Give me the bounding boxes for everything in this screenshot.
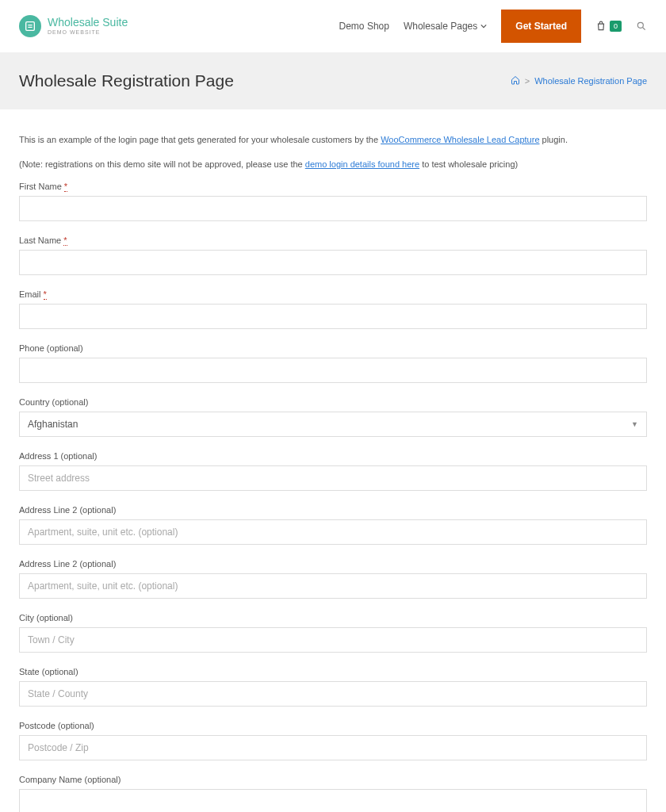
- label-company: Company Name (optional): [19, 775, 647, 784]
- logo[interactable]: Wholesale Suite DEMO WEBSITE: [19, 15, 128, 37]
- field-first-name: First Name *: [19, 182, 647, 221]
- field-address-2b: Address Line 2 (optional): [19, 559, 647, 599]
- label-last-name: Last Name *: [19, 236, 647, 245]
- label-country: Country (optional): [19, 397, 647, 407]
- label-phone: Phone (optional): [19, 343, 647, 353]
- logo-subtitle: DEMO WEBSITE: [48, 29, 128, 36]
- cart-count-badge: 0: [610, 21, 622, 32]
- last-name-input[interactable]: [19, 250, 647, 275]
- breadcrumb-sep: >: [525, 76, 530, 86]
- nav-wholesale-pages-label: Wholesale Pages: [404, 21, 477, 32]
- breadcrumb-current[interactable]: Wholesale Registration Page: [534, 76, 647, 86]
- logo-badge-icon: [19, 15, 41, 37]
- country-select-value: Afghanistan: [28, 419, 78, 430]
- field-country: Country (optional) Afghanistan ▼: [19, 397, 647, 437]
- field-last-name: Last Name *: [19, 236, 647, 275]
- svg-point-1: [637, 22, 643, 28]
- required-marker: *: [63, 236, 67, 246]
- intro-line-2: (Note: registrations on this demo site w…: [19, 158, 647, 171]
- required-marker: *: [64, 182, 67, 192]
- company-input[interactable]: [19, 789, 647, 812]
- first-name-input[interactable]: [19, 196, 647, 221]
- home-icon: [511, 75, 520, 85]
- intro-line-1: This is an example of the login page tha…: [19, 133, 647, 147]
- field-address-1: Address 1 (optional): [19, 451, 647, 491]
- label-state: State (optional): [19, 667, 647, 676]
- search-icon[interactable]: [636, 21, 647, 32]
- field-company: Company Name (optional): [19, 775, 647, 812]
- address-1-input[interactable]: [19, 465, 647, 491]
- cart-button[interactable]: 0: [595, 21, 622, 32]
- bag-icon: [595, 21, 607, 32]
- chevron-down-icon: [480, 23, 487, 29]
- primary-nav: Demo Shop Wholesale Pages Get Started 0: [339, 10, 647, 43]
- field-state: State (optional): [19, 667, 647, 707]
- country-select[interactable]: Afghanistan ▼: [19, 412, 647, 437]
- field-email: Email *: [19, 289, 647, 329]
- breadcrumb: > Wholesale Registration Page: [511, 75, 647, 86]
- nav-wholesale-pages[interactable]: Wholesale Pages: [404, 21, 487, 32]
- get-started-button[interactable]: Get Started: [501, 10, 581, 43]
- label-address-2a: Address Line 2 (optional): [19, 505, 647, 515]
- logo-title: Wholesale Suite: [48, 17, 128, 29]
- label-address-1: Address 1 (optional): [19, 451, 647, 461]
- phone-input[interactable]: [19, 358, 647, 383]
- label-email: Email *: [19, 289, 647, 299]
- field-address-2a: Address Line 2 (optional): [19, 505, 647, 545]
- main-content: This is an example of the login page tha…: [0, 109, 666, 812]
- chevron-down-icon: ▼: [631, 420, 638, 428]
- required-marker: *: [44, 289, 47, 300]
- address-2b-input[interactable]: [19, 573, 647, 599]
- state-input[interactable]: [19, 681, 647, 707]
- label-first-name: First Name *: [19, 182, 647, 191]
- svg-rect-0: [26, 22, 35, 31]
- city-input[interactable]: [19, 627, 647, 653]
- demo-login-link[interactable]: demo login details found here: [305, 159, 419, 169]
- label-city: City (optional): [19, 613, 647, 622]
- breadcrumb-home[interactable]: [511, 75, 520, 86]
- postcode-input[interactable]: [19, 735, 647, 760]
- field-city: City (optional): [19, 613, 647, 653]
- email-input[interactable]: [19, 304, 647, 329]
- label-address-2b: Address Line 2 (optional): [19, 559, 647, 569]
- field-postcode: Postcode (optional): [19, 721, 647, 760]
- label-postcode: Postcode (optional): [19, 721, 647, 730]
- lead-capture-link[interactable]: WooCommerce Wholesale Lead Capture: [381, 135, 539, 144]
- field-phone: Phone (optional): [19, 343, 647, 383]
- address-2a-input[interactable]: [19, 519, 647, 545]
- nav-demo-shop[interactable]: Demo Shop: [339, 21, 389, 32]
- page-title: Wholesale Registration Page: [19, 71, 234, 90]
- site-header: Wholesale Suite DEMO WEBSITE Demo Shop W…: [0, 0, 666, 52]
- title-bar: Wholesale Registration Page > Wholesale …: [0, 52, 666, 109]
